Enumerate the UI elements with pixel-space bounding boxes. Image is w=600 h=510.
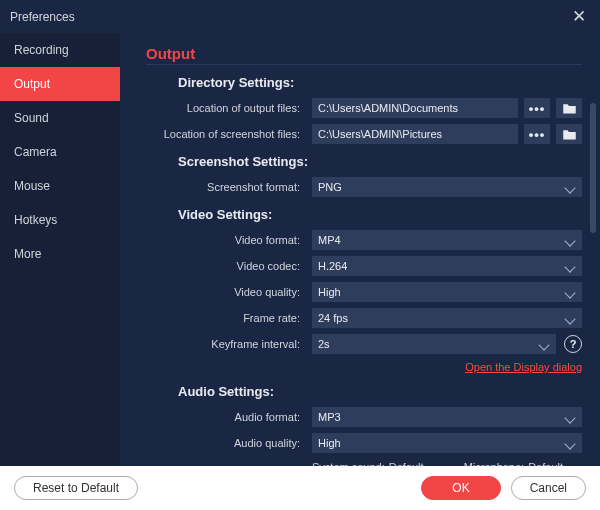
scrollbar-thumb[interactable] <box>590 103 596 233</box>
video-codec-select[interactable]: H.264 <box>312 256 582 276</box>
video-codec-row: Video codec: H.264 <box>146 256 582 276</box>
keyframe-label: Keyframe interval: <box>146 338 306 350</box>
screenshot-format-select[interactable]: PNG <box>312 177 582 197</box>
video-settings-heading: Video Settings: <box>178 207 582 222</box>
audio-settings-heading: Audio Settings: <box>178 384 582 399</box>
sidebar-item-mouse[interactable]: Mouse <box>0 169 120 203</box>
video-format-label: Video format: <box>146 234 306 246</box>
audio-quality-label: Audio quality: <box>146 437 306 449</box>
directory-settings-heading: Directory Settings: <box>178 75 582 90</box>
main-panel: Output Directory Settings: Location of o… <box>120 33 600 473</box>
output-location-browse-button[interactable]: ••• <box>524 98 550 118</box>
screenshot-location-field[interactable]: C:\Users\ADMIN\Pictures <box>312 124 518 144</box>
sidebar-item-more[interactable]: More <box>0 237 120 271</box>
display-dialog-link-row: Open the Display dialog <box>146 360 582 374</box>
screenshot-location-open-folder-icon[interactable] <box>556 124 582 144</box>
sidebar-item-output[interactable]: Output <box>0 67 120 101</box>
sidebar-item-recording[interactable]: Recording <box>0 33 120 67</box>
screenshot-settings-heading: Screenshot Settings: <box>178 154 582 169</box>
screenshot-format-row: Screenshot format: PNG <box>146 177 582 197</box>
audio-format-label: Audio format: <box>146 411 306 423</box>
title-underline <box>146 64 582 65</box>
audio-quality-row: Audio quality: High <box>146 433 582 453</box>
footer: Reset to Default OK Cancel <box>0 466 600 510</box>
open-display-dialog-link[interactable]: Open the Display dialog <box>465 361 582 373</box>
keyframe-help-icon[interactable]: ? <box>564 335 582 353</box>
sidebar-item-camera[interactable]: Camera <box>0 135 120 169</box>
ok-button[interactable]: OK <box>421 476 500 500</box>
video-quality-row: Video quality: High <box>146 282 582 302</box>
frame-rate-label: Frame rate: <box>146 312 306 324</box>
titlebar: Preferences ✕ <box>0 0 600 33</box>
audio-format-row: Audio format: MP3 <box>146 407 582 427</box>
cancel-button[interactable]: Cancel <box>511 476 586 500</box>
reset-to-default-button[interactable]: Reset to Default <box>14 476 138 500</box>
sidebar: Recording Output Sound Camera Mouse Hotk… <box>0 33 120 473</box>
video-codec-label: Video codec: <box>146 260 306 272</box>
close-icon[interactable]: ✕ <box>568 6 590 27</box>
screenshot-location-label: Location of screenshot files: <box>146 128 306 140</box>
keyframe-select[interactable]: 2s <box>312 334 556 354</box>
video-format-select[interactable]: MP4 <box>312 230 582 250</box>
keyframe-row: Keyframe interval: 2s ? <box>146 334 582 354</box>
video-quality-label: Video quality: <box>146 286 306 298</box>
app-body: Recording Output Sound Camera Mouse Hotk… <box>0 33 600 473</box>
sidebar-item-hotkeys[interactable]: Hotkeys <box>0 203 120 237</box>
output-location-row: Location of output files: C:\Users\ADMIN… <box>146 98 582 118</box>
audio-format-select[interactable]: MP3 <box>312 407 582 427</box>
audio-quality-select[interactable]: High <box>312 433 582 453</box>
frame-rate-row: Frame rate: 24 fps <box>146 308 582 328</box>
screenshot-location-row: Location of screenshot files: C:\Users\A… <box>146 124 582 144</box>
output-location-field[interactable]: C:\Users\ADMIN\Documents <box>312 98 518 118</box>
video-format-row: Video format: MP4 <box>146 230 582 250</box>
video-quality-select[interactable]: High <box>312 282 582 302</box>
screenshot-format-label: Screenshot format: <box>146 181 306 193</box>
output-location-open-folder-icon[interactable] <box>556 98 582 118</box>
sidebar-item-sound[interactable]: Sound <box>0 101 120 135</box>
page-title: Output <box>146 45 582 62</box>
output-location-label: Location of output files: <box>146 102 306 114</box>
screenshot-location-browse-button[interactable]: ••• <box>524 124 550 144</box>
window-title: Preferences <box>10 10 75 24</box>
frame-rate-select[interactable]: 24 fps <box>312 308 582 328</box>
